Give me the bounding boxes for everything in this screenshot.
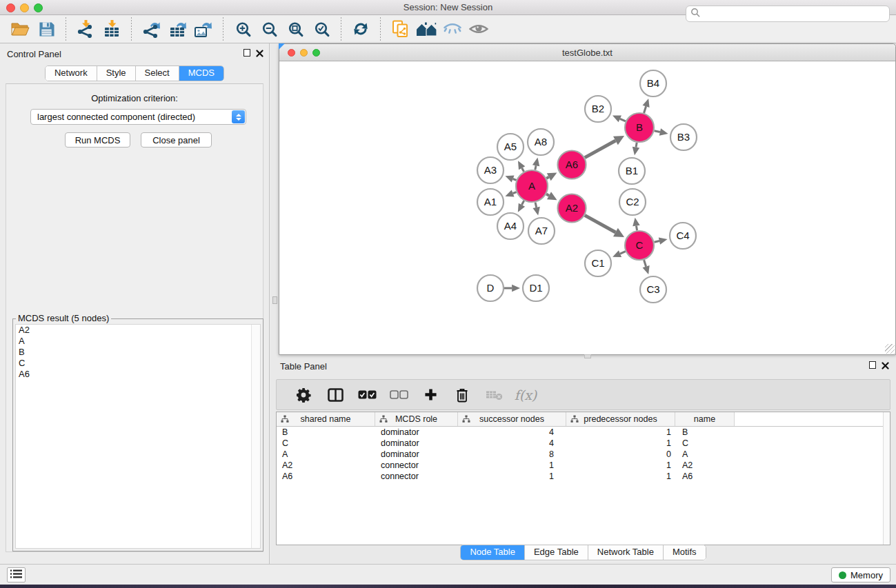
result-scrollbar[interactable] [251, 325, 260, 548]
save-icon[interactable] [34, 18, 58, 40]
edge-C-C3[interactable] [644, 260, 646, 267]
table-scrollbar[interactable] [883, 412, 890, 545]
edge-A-A3[interactable] [513, 179, 517, 180]
edge-A-A6[interactable] [546, 177, 549, 179]
edge-A-A8[interactable] [535, 165, 536, 170]
result-item[interactable]: A [16, 336, 260, 347]
zoom-out-icon[interactable] [257, 18, 281, 40]
edge-B-B2[interactable] [620, 119, 626, 121]
resize-grip-icon[interactable] [885, 344, 895, 354]
column-header-name[interactable]: name [675, 412, 735, 426]
edge-B-B1[interactable] [636, 143, 637, 148]
network-window-titlebar[interactable]: testGlobe.txt [279, 44, 895, 61]
column-header-MCDS-role[interactable]: MCDS role [375, 412, 458, 426]
new-network-from-selection-icon[interactable] [388, 18, 412, 40]
edge-C-C1[interactable] [620, 252, 626, 254]
horizontal-splitter-handle[interactable] [584, 354, 591, 358]
trash-icon[interactable] [450, 384, 474, 406]
tab-edge-table[interactable]: Edge Table [525, 545, 588, 560]
node-label-A8: A8 [535, 136, 547, 148]
table-row[interactable]: A2connector11A2 [277, 460, 890, 471]
memory-button[interactable]: Memory [831, 567, 890, 582]
search-box[interactable] [686, 6, 890, 22]
result-item[interactable]: A2 [16, 325, 260, 336]
memory-label: Memory [850, 570, 883, 580]
column-header-shared-name[interactable]: shared name [277, 412, 375, 426]
column-header-predecessor-nodes[interactable]: predecessor nodes [566, 412, 675, 426]
network-title: testGlobe.txt [279, 48, 895, 58]
column-header-successor-nodes[interactable]: successor nodes [458, 412, 566, 426]
float-table-panel-icon[interactable] [869, 361, 876, 369]
import-table-icon[interactable] [100, 18, 123, 40]
tab-node-table[interactable]: Node Table [461, 545, 525, 560]
split-view-icon[interactable] [323, 384, 347, 406]
edge-B-B4[interactable] [644, 106, 646, 113]
tab-select[interactable]: Select [136, 66, 179, 81]
criterion-dropdown[interactable]: largest connected component (directed) [30, 109, 246, 125]
node-label-C: C [636, 239, 644, 251]
tab-style[interactable]: Style [97, 66, 136, 81]
edge-A-A5[interactable] [522, 168, 524, 172]
table-row[interactable]: Bdominator41B [277, 427, 890, 438]
export-network-icon[interactable] [139, 18, 163, 40]
node-label-B: B [636, 121, 643, 133]
table-header-row: shared nameMCDS rolesuccessor nodesprede… [277, 412, 890, 427]
show-all-icon[interactable] [467, 18, 490, 40]
node-label-A2: A2 [566, 202, 578, 214]
gear-icon[interactable] [292, 384, 315, 406]
tab-network-table[interactable]: Network Table [588, 545, 664, 560]
table-row[interactable]: Cdominator41C [277, 438, 890, 449]
node-label-A7: A7 [535, 225, 548, 236]
node-table[interactable]: shared nameMCDS rolesuccessor nodesprede… [276, 412, 890, 545]
edge-A-A2[interactable] [546, 194, 549, 196]
edge-A-A7[interactable] [535, 202, 537, 207]
export-image-icon[interactable] [192, 18, 215, 40]
add-icon[interactable] [419, 384, 442, 406]
result-item[interactable]: A6 [16, 369, 260, 380]
close-panel-button[interactable]: Close panel [141, 132, 212, 148]
table-row[interactable]: A6connector11A6 [277, 471, 890, 482]
zoom-selected-icon[interactable] [310, 18, 333, 40]
edge-arrowhead [659, 128, 668, 135]
node-label-D1: D1 [529, 282, 542, 294]
select-all-icon[interactable] [355, 384, 379, 406]
tab-mcds[interactable]: MCDS [179, 66, 223, 81]
table-cell: dominator [375, 427, 458, 438]
node-label-A5: A5 [504, 141, 517, 152]
float-panel-icon[interactable] [243, 49, 250, 57]
first-neighbors-icon[interactable] [415, 18, 438, 40]
network-canvas[interactable]: AA1A2A3A4A5A6A7A8BB1B2B3B4CC1C2C3C4DD1 [279, 61, 895, 354]
tab-motifs[interactable]: Motifs [664, 545, 706, 560]
open-folder-icon[interactable] [8, 18, 32, 40]
export-table-icon[interactable] [166, 18, 189, 40]
edge-C-C2[interactable] [636, 225, 637, 230]
close-table-panel-icon[interactable] [882, 361, 889, 369]
vertical-splitter-handle[interactable] [272, 296, 277, 304]
deselect-all-icon[interactable] [387, 384, 410, 406]
table-cell: A2 [277, 460, 375, 471]
zoom-fit-icon[interactable] [283, 18, 307, 40]
result-item[interactable]: B [16, 347, 260, 358]
close-panel-icon[interactable] [256, 49, 263, 57]
edge-C-C4[interactable] [654, 241, 659, 243]
edge-A6-B[interactable] [585, 141, 616, 158]
edge-A-A1[interactable] [513, 192, 517, 194]
edge-B-B3[interactable] [654, 131, 659, 132]
table-row[interactable]: Adominator80A [277, 449, 890, 460]
refresh-layout-icon[interactable] [349, 18, 372, 40]
import-network-icon[interactable] [74, 18, 97, 40]
run-mcds-button[interactable]: Run MCDS [65, 132, 130, 148]
hide-selected-icon[interactable] [441, 18, 464, 40]
edge-A2-C[interactable] [585, 215, 616, 232]
tab-network[interactable]: Network [46, 66, 97, 81]
zoom-in-icon[interactable] [231, 18, 255, 40]
edge-A-A4[interactable] [521, 201, 524, 205]
table-cell: A6 [675, 471, 735, 482]
table-panel-title: Table Panel [280, 361, 327, 372]
show-panels-button[interactable] [7, 567, 26, 582]
result-item[interactable]: C [16, 358, 260, 369]
search-input[interactable] [701, 8, 889, 20]
memory-status-icon [839, 571, 846, 579]
table-body: Bdominator41BCdominator41CAdominator80AA… [277, 427, 890, 482]
mcds-result-list[interactable]: A2ABCA6 [15, 324, 261, 549]
